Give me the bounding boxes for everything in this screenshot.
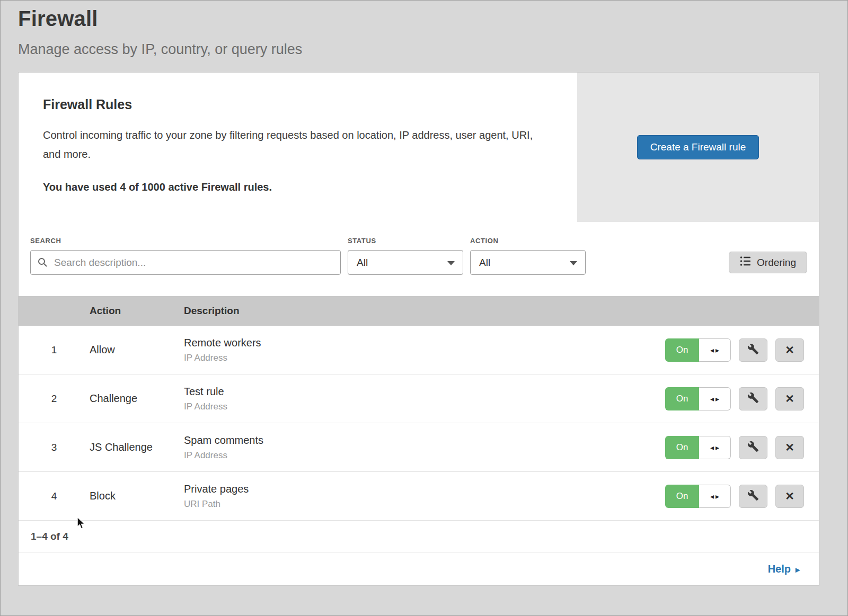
rule-number: 3 bbox=[19, 442, 90, 453]
rules-card-description: Control incoming traffic to your zone by… bbox=[43, 126, 546, 164]
rule-match-type: IP Address bbox=[184, 450, 660, 461]
rule-match-type: IP Address bbox=[184, 401, 660, 412]
search-input[interactable] bbox=[30, 250, 341, 275]
rule-toggle[interactable]: On ◂▸ bbox=[665, 485, 731, 508]
rule-toggle[interactable]: On ◂▸ bbox=[665, 338, 731, 362]
close-icon: ✕ bbox=[785, 490, 794, 502]
page-subtitle: Manage access by IP, country, or query r… bbox=[18, 41, 818, 58]
ordered-list-icon bbox=[740, 255, 752, 270]
delete-rule-button[interactable]: ✕ bbox=[775, 387, 804, 410]
chevron-down-icon bbox=[570, 261, 577, 265]
action-select-value: All bbox=[479, 257, 490, 269]
toggle-arrows-icon[interactable]: ◂▸ bbox=[699, 338, 731, 362]
rules-action-panel: Create a Firewall rule bbox=[577, 73, 819, 222]
table-row: 2 Challenge Test rule IP Address On ◂▸ ✕ bbox=[19, 374, 819, 423]
page-title: Firewall bbox=[18, 1, 818, 31]
close-icon: ✕ bbox=[785, 442, 794, 453]
rule-action: JS Challenge bbox=[90, 441, 184, 453]
wrench-icon bbox=[747, 343, 759, 356]
delete-rule-button[interactable]: ✕ bbox=[775, 338, 804, 362]
help-link-label: Help bbox=[768, 563, 791, 575]
filters-bar: SEARCH STATUS All bbox=[19, 222, 819, 296]
delete-rule-button[interactable]: ✕ bbox=[775, 485, 804, 508]
rule-description: Private pages bbox=[184, 483, 660, 495]
rule-action: Challenge bbox=[90, 392, 184, 405]
pagination: 1–4 of 4 bbox=[19, 521, 819, 552]
ordering-button-label: Ordering bbox=[757, 257, 796, 269]
rules-usage-text: You have used 4 of 1000 active Firewall … bbox=[43, 181, 553, 193]
rule-number: 2 bbox=[19, 393, 90, 405]
wrench-icon bbox=[747, 392, 759, 405]
toggle-on-segment[interactable]: On bbox=[665, 387, 699, 410]
rule-number: 4 bbox=[19, 490, 90, 502]
card-footer: Help ▸ bbox=[19, 552, 819, 585]
rule-description: Test rule bbox=[184, 386, 660, 398]
edit-rule-button[interactable] bbox=[739, 338, 767, 362]
edit-rule-button[interactable] bbox=[739, 387, 767, 410]
chevron-down-icon bbox=[447, 261, 455, 265]
help-link[interactable]: Help ▸ bbox=[768, 563, 800, 575]
status-select-value: All bbox=[357, 257, 368, 269]
toggle-on-segment[interactable]: On bbox=[665, 338, 699, 362]
rule-match-type: IP Address bbox=[184, 353, 660, 363]
table-row: 4 Block Private pages URI Path On ◂▸ ✕ bbox=[19, 472, 819, 521]
wrench-icon bbox=[747, 441, 759, 454]
action-label: ACTION bbox=[470, 237, 586, 245]
table-row: 1 Allow Remote workers IP Address On ◂▸ … bbox=[19, 326, 819, 374]
rule-number: 1 bbox=[19, 344, 90, 356]
action-select[interactable]: All bbox=[470, 250, 586, 275]
rule-action: Block bbox=[90, 490, 184, 502]
column-header-action: Action bbox=[90, 305, 184, 317]
close-icon: ✕ bbox=[785, 344, 794, 355]
column-header-description: Description bbox=[184, 305, 660, 317]
help-arrow-icon: ▸ bbox=[796, 564, 800, 575]
toggle-arrows-icon[interactable]: ◂▸ bbox=[699, 485, 731, 508]
rule-match-type: URI Path bbox=[184, 499, 660, 510]
table-header: Action Description bbox=[19, 296, 819, 326]
rule-description: Spam comments bbox=[184, 434, 660, 447]
rule-action: Allow bbox=[90, 344, 184, 356]
search-icon bbox=[37, 257, 48, 270]
delete-rule-button[interactable]: ✕ bbox=[775, 436, 804, 459]
rule-toggle[interactable]: On ◂▸ bbox=[665, 436, 731, 459]
firewall-page: Firewall Manage access by IP, country, o… bbox=[0, 0, 848, 616]
rules-card-title: Firewall Rules bbox=[43, 97, 553, 112]
rule-description: Remote workers bbox=[184, 337, 660, 349]
edit-rule-button[interactable] bbox=[739, 485, 767, 508]
status-label: STATUS bbox=[348, 237, 463, 245]
rules-intro-section: Firewall Rules Control incoming traffic … bbox=[19, 73, 819, 222]
close-icon: ✕ bbox=[785, 393, 794, 404]
toggle-on-segment[interactable]: On bbox=[665, 485, 699, 508]
edit-rule-button[interactable] bbox=[739, 436, 767, 459]
search-label: SEARCH bbox=[30, 237, 341, 245]
toggle-arrows-icon[interactable]: ◂▸ bbox=[699, 436, 731, 459]
create-firewall-rule-button[interactable]: Create a Firewall rule bbox=[637, 135, 759, 159]
status-select[interactable]: All bbox=[348, 250, 463, 275]
firewall-rules-card: Firewall Rules Control incoming traffic … bbox=[18, 72, 819, 586]
wrench-icon bbox=[747, 489, 759, 503]
ordering-button[interactable]: Ordering bbox=[729, 252, 807, 273]
rule-toggle[interactable]: On ◂▸ bbox=[665, 387, 731, 410]
toggle-on-segment[interactable]: On bbox=[665, 436, 699, 459]
table-row: 3 JS Challenge Spam comments IP Address … bbox=[19, 423, 819, 472]
toggle-arrows-icon[interactable]: ◂▸ bbox=[699, 387, 731, 410]
